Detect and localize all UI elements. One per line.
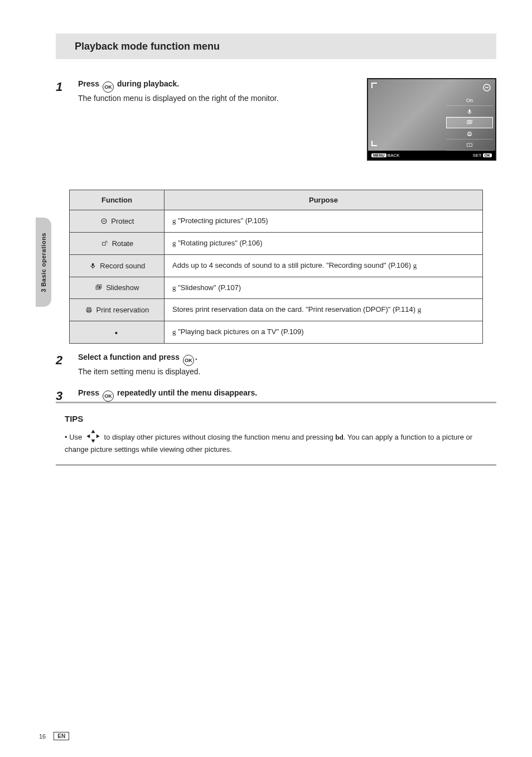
step-text: Press OK repeatedly until the menu disap… xyxy=(78,387,468,402)
ok-icon: OK xyxy=(103,81,114,93)
svg-rect-3 xyxy=(470,113,470,114)
screenshot-item-tv xyxy=(446,139,493,151)
svg-marker-6 xyxy=(470,122,471,123)
slideshow-icon xyxy=(95,284,103,291)
table-row: Print reservation Stores print reservati… xyxy=(70,299,483,321)
row-protect-desc: g "Protecting pictures" (P.105) xyxy=(165,210,483,233)
page: 3 Basic operations Playback mode functio… xyxy=(0,0,532,757)
tips-box: TIPS • Use to display other pictures wit… xyxy=(56,402,496,466)
svg-marker-26 xyxy=(86,435,90,438)
step-number: 1 xyxy=(56,78,78,96)
ok-icon: OK xyxy=(183,355,194,366)
screenshot-item-slideshow xyxy=(446,117,493,128)
page-number: 16 xyxy=(39,733,46,740)
row-slideshow-label: Slideshow xyxy=(70,277,165,299)
svg-rect-17 xyxy=(93,267,93,268)
screenshot-item-print xyxy=(446,128,493,139)
svg-rect-16 xyxy=(92,263,94,266)
rotate-icon xyxy=(100,240,109,247)
svg-rect-18 xyxy=(96,286,100,290)
table-row: Protect g "Protecting pictures" (P.105) xyxy=(70,210,483,233)
row-print-label: Print reservation xyxy=(70,299,165,321)
row-rotate-desc: g "Rotating pictures" (P.106) xyxy=(165,232,483,254)
body: 1 Press OK during playback. The function… xyxy=(56,78,496,114)
svg-rect-13 xyxy=(103,221,105,221)
row-record-label: Record sound xyxy=(70,254,165,277)
step-number: 2 xyxy=(56,351,78,369)
section-title: Playback mode function menu xyxy=(75,41,220,52)
svg-point-11 xyxy=(469,144,470,145)
row-tv-label: • xyxy=(70,321,165,344)
function-table: Function Purpose Protect g "Protecting p… xyxy=(69,190,483,344)
row-tv-desc: g "Playing back pictures on a TV" (P.109… xyxy=(165,321,483,344)
table-row: • g "Playing back pictures on a TV" (P.1… xyxy=(70,321,483,344)
table-row: Record sound Adds up to 4 seconds of sou… xyxy=(70,254,483,277)
row-record-desc: Adds up to 4 seconds of sound to a still… xyxy=(165,254,483,277)
arrow-pad-icon xyxy=(85,428,101,444)
svg-rect-7 xyxy=(468,133,472,135)
ok-icon: OK xyxy=(103,390,114,402)
svg-marker-24 xyxy=(91,430,95,433)
svg-marker-27 xyxy=(96,435,100,438)
row-print-desc: Stores print reservation data on the car… xyxy=(165,299,483,321)
section-title-band: Playback mode function menu xyxy=(56,33,496,59)
step-2: 2 Select a function and press OK. The it… xyxy=(56,351,496,377)
table-row: Rotate g "Rotating pictures" (P.106) xyxy=(70,232,483,254)
screenshot-protect-top-icon xyxy=(482,83,492,93)
row-slideshow-desc: g "Slideshow" (P.107) xyxy=(165,277,483,299)
step-text: Press OK during playback. The function m… xyxy=(78,78,346,104)
svg-marker-25 xyxy=(91,440,95,443)
tips-title: TIPS xyxy=(65,412,487,425)
svg-rect-14 xyxy=(103,242,105,245)
step-text: Select a function and press OK. The item… xyxy=(78,351,468,377)
header-purpose: Purpose xyxy=(165,190,483,210)
step1-bold: Press OK during playback. xyxy=(78,79,179,88)
header-function: Function xyxy=(70,190,165,210)
tv-icon: • xyxy=(112,329,120,336)
screenshot-bottom-bar: MENU BACK SET OK xyxy=(368,151,495,160)
section-tab: 3 Basic operations xyxy=(36,218,51,307)
svg-rect-22 xyxy=(88,307,90,309)
print-icon xyxy=(85,306,93,314)
svg-rect-1 xyxy=(485,87,489,88)
protect-icon xyxy=(100,218,108,225)
page-footer: 16 EN xyxy=(39,732,69,740)
row-protect-label: Protect xyxy=(70,210,165,233)
svg-rect-2 xyxy=(469,109,471,112)
screenshot-item-mic xyxy=(446,106,493,117)
camera-screenshot: On MENU BACK SET OK xyxy=(367,78,496,161)
screenshot-function-menu: On xyxy=(446,95,493,151)
screenshot-item-protect: On xyxy=(446,95,493,106)
table-header-row: Function Purpose xyxy=(70,190,483,210)
section-tab-label: 3 Basic operations xyxy=(40,233,47,292)
row-rotate-label: Rotate xyxy=(70,232,165,254)
lang-badge: EN xyxy=(54,732,69,740)
microphone-icon xyxy=(89,262,97,269)
svg-rect-8 xyxy=(468,132,471,133)
table-row: Slideshow g "Slideshow" (P.107) xyxy=(70,277,483,299)
tips-body: • Use to display other pictures without … xyxy=(65,428,487,455)
svg-rect-4 xyxy=(467,121,471,124)
